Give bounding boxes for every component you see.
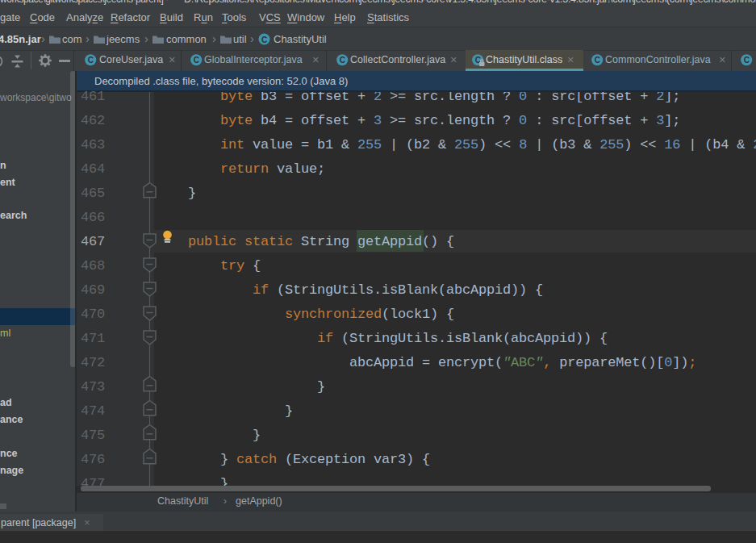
svg-text:C: C xyxy=(595,56,600,65)
svg-text:C: C xyxy=(194,56,199,65)
svg-text:C: C xyxy=(340,56,345,65)
svg-text:C: C xyxy=(88,56,94,65)
svg-text:C: C xyxy=(744,56,750,65)
svg-text:C: C xyxy=(261,36,267,44)
